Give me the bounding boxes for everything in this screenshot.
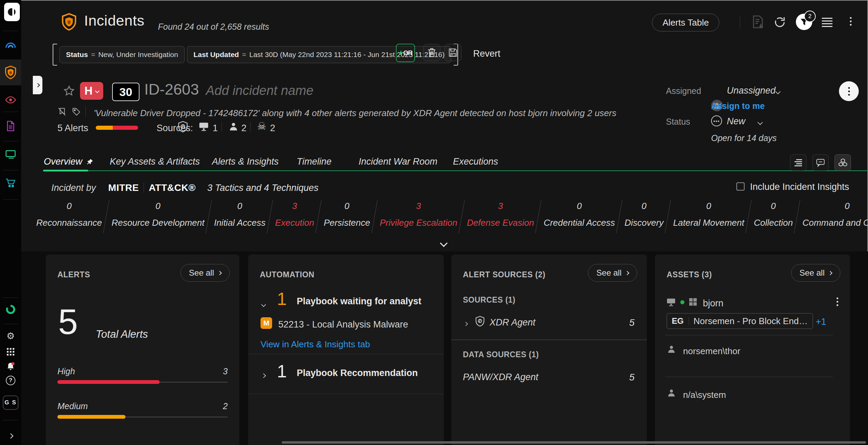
sidebar-expand-button[interactable]: [0, 430, 21, 442]
data-sources-subheader: DATA SOURCES (1): [463, 350, 539, 359]
tactic-initial-access[interactable]: 0Initial Access: [209, 201, 270, 228]
active-tab-underline: [43, 170, 88, 171]
tactic-reconnaissance[interactable]: 0Reconnaissance: [31, 201, 107, 228]
collapse-chevron[interactable]: [262, 302, 265, 308]
chevron-right-icon: [625, 271, 629, 275]
save-filter-button[interactable]: [444, 44, 462, 61]
assign-to-me-link[interactable]: Assign to me: [711, 101, 765, 111]
tactic-collection[interactable]: 0Collection: [749, 201, 798, 228]
results-count: Found 24 out of 2,658 results: [158, 22, 269, 32]
tactic-resource-development[interactable]: 0Resource Development: [107, 201, 209, 228]
user-avatar-initials[interactable]: G S: [0, 393, 21, 412]
apps-grid-icon[interactable]: [0, 346, 21, 358]
revert-button[interactable]: Revert: [473, 48, 500, 59]
settings-gear-icon[interactable]: ⚙: [0, 329, 21, 342]
alert-sources-see-all-button[interactable]: See all: [588, 264, 637, 282]
menu-hamburger-icon[interactable]: [822, 18, 832, 27]
high-severity-bar: [57, 380, 228, 384]
sidebar-item-reports[interactable]: [0, 119, 21, 133]
blocks-view-toggle[interactable]: [834, 154, 851, 171]
sidebar-divider: [3, 31, 18, 31]
sidebar-item-platform[interactable]: [0, 302, 21, 317]
tactic-privilege-escalation[interactable]: 3Privilege Escalation: [375, 201, 462, 228]
assignee-dropdown-chevron[interactable]: [776, 89, 780, 95]
layout-list-toggle[interactable]: [790, 154, 806, 171]
sidebar-item-incidents[interactable]: [0, 62, 21, 83]
assets-see-all-button[interactable]: See all: [791, 264, 840, 282]
tactic-command-and-control[interactable]: 0Command and Control: [798, 201, 868, 228]
collapse-section-chevron[interactable]: [441, 240, 446, 247]
card-divider: [451, 339, 647, 340]
incident-description: 'Vulnerable Driver Dropped - 1742486172'…: [94, 108, 616, 119]
notifications-bell-icon[interactable]: [0, 360, 21, 373]
view-in-alerts-link[interactable]: View in Alerts & Insights tab: [261, 339, 370, 350]
expand-chevron[interactable]: [262, 373, 265, 379]
tab-alerts-insights[interactable]: Alerts & Insights: [212, 156, 279, 167]
muted-flag-icon[interactable]: [57, 107, 66, 116]
tactic-lateral-movement[interactable]: 0Lateral Movement: [668, 201, 749, 228]
asset-user[interactable]: n/a\system: [683, 390, 726, 400]
online-status-dot: [680, 300, 684, 304]
mitre-summary-row: Incident by MITRE ATT&CK® 3 Tactics and …: [51, 181, 319, 195]
sidebar-divider: [3, 324, 18, 324]
tactic-discovery[interactable]: 0Discovery: [620, 201, 668, 228]
tab-executions[interactable]: Executions: [453, 156, 498, 167]
cortex-logo[interactable]: [4, 3, 20, 21]
severity-badge[interactable]: H: [80, 82, 103, 100]
assignee-value[interactable]: Unassigned: [727, 85, 776, 96]
filter-pill-status[interactable]: Status = New, Under Investigation: [59, 46, 185, 63]
tactic-credential-access[interactable]: 0Credential Access: [539, 201, 620, 228]
incident-actions-button[interactable]: [839, 81, 859, 101]
xdr-shield-icon[interactable]: [178, 121, 188, 133]
horizontal-scrollbar-thumb[interactable]: [282, 441, 866, 444]
topbar-kebab-menu[interactable]: [850, 17, 852, 26]
comments-toggle[interactable]: [812, 154, 829, 171]
tactic-persistence[interactable]: 0Persistence: [319, 201, 375, 228]
endpoint-group-tag[interactable]: EG Norsemen - Pro Block Endpoin...: [667, 313, 813, 329]
question-mark-icon: ?: [6, 376, 15, 385]
total-alerts-label: Total Alerts: [96, 328, 148, 340]
tag-icon[interactable]: [72, 107, 81, 116]
source-name[interactable]: XDR Agent: [490, 317, 535, 328]
more-groups-tag[interactable]: +1: [816, 317, 826, 327]
medium-bar-segment: [96, 126, 113, 130]
tab-overview[interactable]: Overview: [44, 156, 93, 167]
alerts-see-all-button[interactable]: See all: [181, 264, 230, 282]
status-value[interactable]: New: [727, 116, 745, 127]
status-dropdown-chevron[interactable]: [758, 120, 762, 126]
incidents-shield-icon: [5, 66, 16, 79]
tab-war-room[interactable]: Incident War Room: [359, 156, 438, 167]
mitre-logo-divider: [144, 183, 144, 193]
tactic-defense-evasion[interactable]: 3Defense Evasion: [462, 201, 539, 228]
help-icon[interactable]: ?: [0, 374, 21, 387]
tactic-execution[interactable]: 3Execution: [270, 201, 319, 228]
tab-timeline[interactable]: Timeline: [297, 156, 332, 167]
sidebar-item-marketplace[interactable]: [0, 176, 21, 191]
stats-divider: [250, 122, 251, 132]
filter-button[interactable]: 2: [796, 14, 812, 30]
total-alerts-number: 5: [58, 302, 78, 342]
host-name[interactable]: bjorn: [703, 298, 723, 309]
sidebar-item-dashboard[interactable]: [0, 38, 21, 52]
include-insights-checkbox[interactable]: [736, 182, 745, 191]
align-lines-icon: [794, 159, 802, 166]
incident-name-placeholder[interactable]: Add incident name: [206, 83, 313, 98]
sidebar-item-investigation[interactable]: [0, 93, 21, 107]
incident-score[interactable]: 30: [112, 83, 139, 101]
expand-panel-tab[interactable]: [33, 76, 42, 94]
asset-user[interactable]: norsemen\thor: [683, 346, 740, 357]
export-report-icon[interactable]: [751, 15, 764, 29]
star-favorite-icon[interactable]: [63, 85, 75, 97]
alerts-table-button[interactable]: Alerts Table: [652, 14, 719, 31]
alert-item[interactable]: 52213 - Local Analysis Malware: [278, 319, 408, 330]
sources-subheader: SOURCES (1): [463, 295, 516, 305]
tab-key-assets[interactable]: Key Assets & Artifacts: [110, 156, 200, 167]
sidebar-item-endpoints[interactable]: [0, 147, 21, 162]
asset-kebab-menu[interactable]: [837, 297, 838, 306]
add-or-filter-button[interactable]: +OR: [396, 44, 415, 62]
source-expand-chevron[interactable]: [464, 321, 467, 327]
main-content: Incidents Found 24 out of 2,658 results …: [21, 0, 868, 445]
refresh-icon[interactable]: [773, 16, 786, 29]
delete-filter-button[interactable]: [423, 44, 440, 61]
asset-divider: [665, 335, 833, 335]
